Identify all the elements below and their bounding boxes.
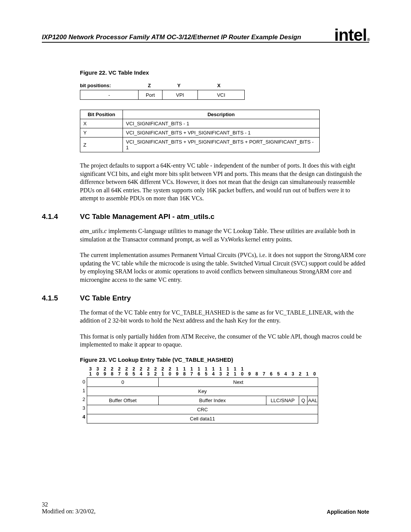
cell-dash: -	[80, 90, 139, 100]
figure-23-caption: Figure 23. VC Lookup Entry Table (VC_TAB…	[80, 356, 369, 363]
cell-pos: X	[80, 119, 123, 128]
bit-label-z: Z	[137, 83, 162, 88]
bit-column: 8	[253, 367, 260, 377]
bit-column: 22	[152, 367, 159, 377]
bit-column: 28	[108, 367, 116, 377]
footer-right: Application Note	[327, 509, 369, 515]
row-label: 0	[80, 377, 87, 386]
bit-column: 12	[224, 367, 231, 377]
bit-column: 9	[246, 367, 253, 377]
paragraph-rest: implements C-language utilities to manag…	[80, 228, 355, 243]
section-title: VC Table Management API - atm_utils.c	[80, 212, 215, 221]
bit-column: 5	[275, 367, 282, 377]
bit-column: 3	[289, 367, 296, 377]
bit-column: 23	[145, 367, 152, 377]
cell-vpi: VPI	[162, 90, 198, 100]
bit-position-description-table: Bit Position Description X VCI_SIGNIFICA…	[80, 110, 320, 152]
section-heading-415: 4.1.5 VC Table Entry	[42, 294, 369, 302]
bit-column: 19	[174, 367, 181, 377]
bit-column: 6	[268, 367, 275, 377]
bit-column: 16	[195, 367, 202, 377]
row-number-column: 0 1 2 3 4	[80, 377, 87, 423]
page-number: 32	[42, 501, 48, 508]
bit-column: 7	[260, 367, 268, 377]
bit-column: 10	[239, 367, 246, 377]
cell-pos: Y	[80, 128, 123, 137]
section-heading-414: 4.1.4 VC Table Management API - atm_util…	[42, 212, 369, 221]
table-row: Cell data11	[87, 414, 318, 423]
table-row: Z VCI_SIGNIFICANT_BITS + VPI_SIGNIFICANT…	[80, 137, 320, 152]
bit-column-header: 3130292827262524232221201918171615141312…	[87, 367, 369, 377]
section-number: 4.1.4	[42, 212, 80, 221]
logo-text: intel	[334, 26, 366, 44]
bit-column: 0	[311, 367, 318, 377]
cell-desc: VCI_SIGNIFICANT_BITS + VPI_SIGNIFICANT_B…	[123, 137, 320, 152]
cell-desc: VCI_SIGNIFICANT_BITS - 1	[123, 119, 320, 128]
bit-column: 21	[159, 367, 166, 377]
cell-buffer-offset: Buffer Offset	[87, 396, 159, 405]
cell-q: Q	[299, 396, 307, 405]
table-row: Buffer Offset Buffer Index LLC/SNAP Q AA…	[87, 396, 318, 405]
bit-column: 4	[282, 367, 289, 377]
document-running-title: IXP1200 Network Processor Family ATM OC-…	[42, 34, 301, 41]
bit-column: 27	[116, 367, 123, 377]
bit-label-y: Y	[162, 83, 196, 88]
row-label: 1	[80, 386, 87, 395]
table-row: CRC	[87, 405, 318, 414]
bit-column: 15	[202, 367, 210, 377]
page-header: IXP1200 Network Processor Family ATM OC-…	[42, 27, 369, 43]
lookup-grid: 0 Next Key Buffer Offset Buffer Index LL…	[87, 377, 318, 423]
bit-column: 30	[94, 367, 101, 377]
cell-aal: AAL	[307, 396, 318, 405]
registered-mark: ®	[367, 38, 370, 42]
cell-port: Port	[139, 90, 162, 100]
intel-logo: intel®	[334, 27, 369, 43]
footer-left: 32 Modified on: 3/20/02,	[42, 501, 96, 515]
bit-column: 2	[296, 367, 304, 377]
cell-vci: VCI	[198, 90, 245, 100]
table-row: Y VCI_SIGNIFICANT_BITS + VPI_SIGNIFICANT…	[80, 128, 320, 137]
bit-column: 18	[181, 367, 188, 377]
bit-column: 11	[231, 367, 239, 377]
bit-column: 31	[87, 367, 94, 377]
cell-crc: CRC	[87, 405, 318, 414]
bit-label-x: X	[196, 83, 242, 88]
section-number: 4.1.5	[42, 294, 80, 302]
bit-column: 25	[130, 367, 137, 377]
cell-desc: VCI_SIGNIFICANT_BITS + VPI_SIGNIFICANT_B…	[123, 128, 320, 137]
table-row: 0 Next	[87, 378, 318, 387]
page: IXP1200 Network Processor Family ATM OC-…	[0, 0, 411, 532]
bit-column: 1	[304, 367, 311, 377]
paragraph: The current implementation assumes Perma…	[80, 251, 369, 284]
paragraph: This format is only partially hidden fro…	[80, 332, 369, 349]
figure-22-caption: Figure 22. VC Table Index	[80, 69, 369, 76]
bit-column: 13	[217, 367, 224, 377]
bit-column: 14	[210, 367, 217, 377]
modified-date: Modified on: 3/20/02,	[42, 508, 96, 514]
paragraph: atm_utils.c implements C-language utilit…	[80, 227, 369, 243]
row-label: 3	[80, 404, 87, 412]
vc-lookup-entry-table: 0 1 2 3 4 0 Next Key Buffer Offset Buffe…	[80, 377, 369, 423]
cell-key: Key	[87, 387, 318, 396]
th-bit-position: Bit Position	[80, 110, 123, 119]
table-row: Key	[87, 387, 318, 396]
bit-positions-label: bit positions:	[80, 83, 137, 88]
bit-column: 24	[137, 367, 145, 377]
content-area: Figure 22. VC Table Index bit positions:…	[80, 69, 369, 423]
bit-positions-row: bit positions: Z Y X	[80, 83, 369, 88]
port-vpi-vci-table: - Port VPI VCI	[80, 90, 245, 100]
paragraph: The format of the VC Table entry for VC_…	[80, 308, 369, 325]
bit-column: 20	[166, 367, 174, 377]
italic-filename: atm_utils.c	[80, 228, 107, 234]
cell-buffer-index: Buffer Index	[159, 396, 266, 405]
section-title: VC Table Entry	[80, 294, 131, 302]
cell-zero: 0	[87, 378, 159, 387]
th-description: Description	[123, 110, 320, 119]
bit-column: 26	[123, 367, 130, 377]
table-row: X VCI_SIGNIFICANT_BITS - 1	[80, 119, 320, 128]
cell-cell-data: Cell data11	[87, 414, 318, 423]
row-label: 4	[80, 412, 87, 421]
cell-llc-snap: LLC/SNAP	[266, 396, 299, 405]
cell-next: Next	[159, 378, 318, 387]
bit-column: 17	[188, 367, 195, 377]
